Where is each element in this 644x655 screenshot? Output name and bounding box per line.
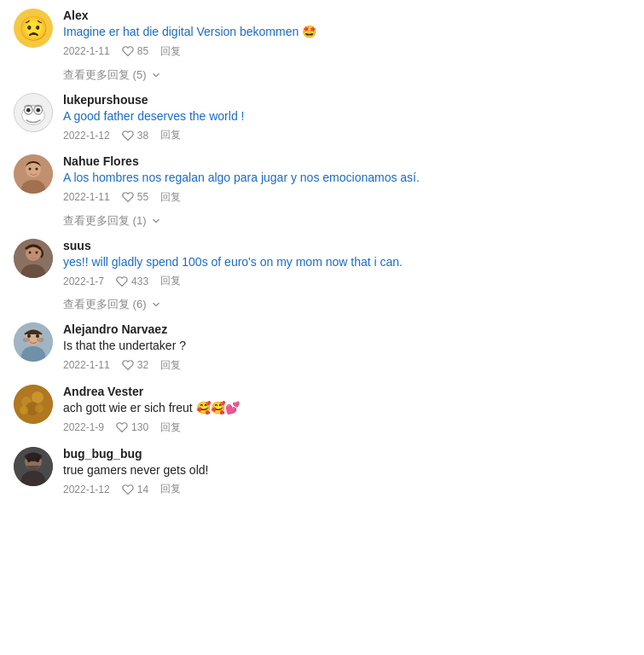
comment-username: Nahue Flores [63, 154, 630, 168]
like-count: 85 [137, 45, 148, 57]
svg-point-25 [20, 406, 28, 414]
like-button[interactable]: 38 [122, 130, 148, 142]
comment-date: 2022-1-9 [63, 421, 104, 433]
reply-button[interactable]: 回复 [160, 44, 181, 59]
like-count: 130 [131, 421, 148, 433]
comment-date: 2022-1-12 [63, 484, 110, 496]
svg-point-28 [27, 459, 31, 462]
comment-text: A los hombres nos regalan algo para juga… [63, 170, 630, 187]
comment-item: Andrea Vester ach gott wie er sich freut… [14, 385, 630, 435]
heart-icon [122, 130, 134, 142]
svg-point-12 [29, 251, 32, 253]
comment-body: Alex Imagine er hat die digital Version … [63, 9, 630, 59]
comment-username: bug_bug_bug [63, 447, 630, 461]
andrea-avatar-icon [14, 385, 53, 424]
expand-label: 查看更多回复 (1) [63, 213, 147, 229]
comment-body: Nahue Flores A los hombres nos regalan a… [63, 154, 630, 205]
expand-replies[interactable]: 查看更多回复 (6) [63, 297, 630, 312]
comment-list: 😟 Alex Imagine er hat die digital Versio… [0, 0, 644, 517]
heart-icon [116, 275, 128, 287]
comment-text: A good father deserves the world ! [63, 108, 630, 125]
comment-text: yes!! will gladly spend 100s of euro's o… [63, 254, 630, 271]
svg-point-22 [32, 391, 44, 403]
svg-point-8 [29, 168, 32, 171]
comment-body: bug_bug_bug true gamers never gets old! … [63, 447, 630, 497]
chevron-down-icon [150, 215, 162, 227]
comment-username: Alejandro Narvaez [63, 322, 630, 336]
svg-point-9 [36, 168, 38, 171]
expand-label: 查看更多回复 (5) [63, 67, 147, 83]
like-button[interactable]: 32 [122, 359, 148, 371]
comment-username: suus [63, 239, 630, 252]
comment-body: lukepurshouse A good father deserves the… [63, 93, 630, 143]
avatar [14, 322, 53, 362]
avatar [14, 239, 53, 278]
reply-button[interactable]: 回复 [160, 274, 181, 288]
reply-button[interactable]: 回复 [160, 128, 181, 142]
comment-date: 2022-1-7 [63, 275, 104, 287]
comment-date: 2022-1-11 [63, 45, 110, 57]
comment-item: 😟 Alex Imagine er hat die digital Versio… [14, 9, 630, 59]
comment-item: lukepurshouse A good father deserves the… [14, 93, 630, 143]
like-count: 433 [131, 275, 148, 287]
troll-face-icon [15, 93, 52, 132]
comment-item: bug_bug_bug true gamers never gets old! … [14, 447, 630, 497]
svg-rect-18 [23, 338, 30, 342]
expand-replies[interactable]: 查看更多回复 (1) [63, 213, 630, 229]
comment-meta: 2022-1-12 38 回复 [63, 128, 630, 142]
avatar [14, 154, 53, 194]
svg-point-17 [36, 334, 39, 338]
like-button[interactable]: 433 [116, 275, 148, 287]
like-count: 14 [137, 484, 148, 496]
alejandro-avatar-icon [14, 322, 53, 362]
comment-meta: 2022-1-7 433 回复 [63, 274, 630, 288]
svg-point-13 [36, 251, 38, 253]
heart-icon [122, 484, 134, 496]
comment-text: true gamers never gets old! [63, 462, 630, 479]
svg-point-4 [26, 107, 31, 112]
comment-username: Alex [63, 9, 630, 22]
comment-item: suus yes!! will gladly spend 100s of eur… [14, 239, 630, 289]
comment-body: Alejandro Narvaez Is that the undertaker… [63, 322, 630, 373]
reply-button[interactable]: 回复 [160, 358, 181, 373]
svg-rect-19 [37, 338, 44, 342]
like-button[interactable]: 85 [122, 45, 148, 57]
comment-item: Alejandro Narvaez Is that the undertaker… [14, 322, 630, 373]
reply-button[interactable]: 回复 [160, 482, 181, 496]
svg-point-29 [36, 459, 39, 462]
like-button[interactable]: 55 [122, 191, 148, 203]
avatar [14, 385, 53, 424]
nahue-avatar-icon [14, 154, 53, 194]
comment-meta: 2022-1-11 85 回复 [63, 44, 630, 59]
comment-date: 2022-1-12 [63, 130, 110, 142]
comment-meta: 2022-1-12 14 回复 [63, 482, 630, 496]
comment-item: Nahue Flores A los hombres nos regalan a… [14, 154, 630, 205]
reply-button[interactable]: 回复 [160, 420, 181, 435]
expand-label: 查看更多回复 (6) [63, 297, 147, 312]
heart-icon [116, 421, 128, 433]
chevron-down-icon [150, 299, 162, 310]
expand-replies[interactable]: 查看更多回复 (5) [63, 67, 630, 83]
reply-button[interactable]: 回复 [160, 190, 181, 205]
heart-icon [122, 359, 134, 371]
heart-icon [122, 45, 134, 57]
comment-body: Andrea Vester ach gott wie er sich freut… [63, 385, 630, 435]
like-button[interactable]: 14 [122, 484, 148, 496]
svg-point-16 [27, 334, 31, 338]
avatar [14, 93, 53, 132]
comment-text: Imagine er hat die digital Version bekom… [63, 24, 630, 41]
comment-username: Andrea Vester [63, 385, 630, 398]
avatar: 😟 [14, 9, 53, 48]
bug-avatar-icon [14, 447, 53, 486]
svg-point-24 [35, 404, 44, 413]
comment-meta: 2022-1-11 55 回复 [63, 190, 630, 205]
comment-meta: 2022-1-9 130 回复 [63, 420, 630, 435]
comment-text: ach gott wie er sich freut 🥰🥰💕 [63, 400, 630, 417]
like-button[interactable]: 130 [116, 421, 148, 433]
comment-text: Is that the undertaker ? [63, 338, 630, 355]
like-count: 55 [137, 191, 148, 203]
comment-body: suus yes!! will gladly spend 100s of eur… [63, 239, 630, 289]
chevron-down-icon [150, 69, 162, 81]
comment-meta: 2022-1-11 32 回复 [63, 358, 630, 373]
heart-icon [122, 191, 134, 203]
